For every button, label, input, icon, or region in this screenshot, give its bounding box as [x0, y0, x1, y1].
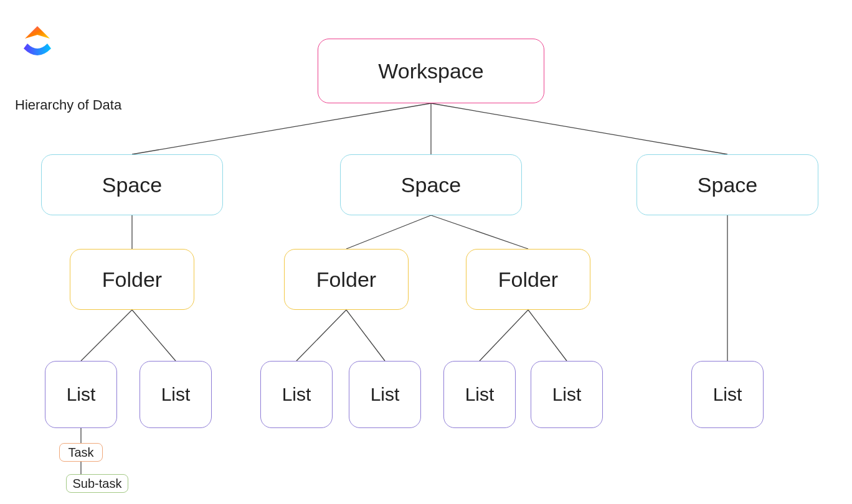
diagram-caption: Hierarchy of Data [15, 97, 121, 113]
node-label: Sub-task [73, 477, 122, 491]
node-folder-1: Folder [70, 249, 194, 310]
node-space-1: Space [41, 154, 223, 215]
node-label: List [465, 384, 495, 405]
svg-line-1 [132, 103, 431, 154]
svg-line-9 [132, 310, 176, 361]
node-label: Folder [102, 268, 162, 292]
node-label: List [282, 384, 311, 405]
node-list-6: List [531, 361, 603, 428]
node-label: Folder [498, 268, 558, 292]
svg-line-13 [528, 310, 567, 361]
svg-line-10 [296, 310, 346, 361]
node-label: List [161, 384, 191, 405]
node-label: List [713, 384, 742, 405]
node-task: Task [59, 443, 103, 462]
clickup-logo-icon [17, 24, 57, 63]
node-label: Workspace [378, 59, 483, 83]
svg-line-8 [81, 310, 132, 361]
node-list-3: List [260, 361, 333, 428]
node-list-2: List [140, 361, 212, 428]
node-label: List [371, 384, 400, 405]
node-label: Space [102, 173, 162, 197]
node-list-5: List [443, 361, 516, 428]
node-label: List [67, 384, 96, 405]
node-label: Task [68, 446, 93, 460]
node-list-1: List [45, 361, 117, 428]
node-workspace: Workspace [318, 39, 544, 103]
node-subtask: Sub-task [66, 474, 128, 493]
node-list-4: List [349, 361, 421, 428]
node-list-7: List [691, 361, 764, 428]
svg-line-3 [431, 103, 727, 154]
node-label: Space [401, 173, 461, 197]
svg-marker-0 [25, 26, 50, 39]
node-label: Space [698, 173, 757, 197]
svg-line-5 [346, 215, 431, 249]
node-folder-2: Folder [284, 249, 409, 310]
svg-line-6 [431, 215, 528, 249]
diagram-canvas: Hierarchy of Data [0, 0, 852, 504]
node-space-3: Space [637, 154, 818, 215]
svg-line-12 [480, 310, 528, 361]
svg-line-11 [346, 310, 385, 361]
node-space-2: Space [340, 154, 522, 215]
node-label: List [552, 384, 582, 405]
node-folder-3: Folder [466, 249, 590, 310]
node-label: Folder [316, 268, 376, 292]
